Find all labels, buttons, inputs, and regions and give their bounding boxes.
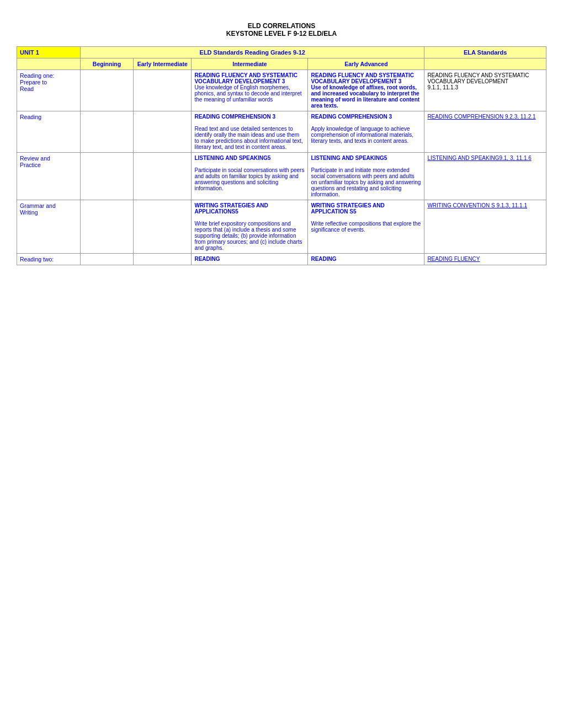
early-intermediate-header: Early Intermediate [133,58,191,70]
row-label-2: Review and Practice [17,153,81,200]
early-intermediate-cell-3 [133,200,191,254]
blank-sub-header [17,58,81,70]
ela-cell-0: READING FLUENCY AND SYSTEMATIC VOCABULAR… [424,70,546,111]
early-advanced-cell-1: READING COMPREHENSION 3 Apply knowledge … [308,111,424,153]
main-table: UNIT 1 ELD Standards Reading Grades 9-12… [17,46,546,265]
ela-sub-header [424,58,546,70]
beginning-cell-0 [81,70,134,111]
intermediate-cell-4: READING [192,254,308,265]
beginning-cell-2 [81,153,134,200]
early-advanced-header: Early Advanced [308,58,424,70]
ela-standards-header: ELA Standards [424,47,546,58]
ela-cell-2: LISTENING AND SPEAKING9.1, 3, 11.1.6 [424,153,546,200]
row-label-3: Grammar and Writing [17,200,81,254]
ela-cell-3: WRITING CONVENTION S 9.1.3, 11.1.1 [424,200,546,254]
early-intermediate-cell-0 [133,70,191,111]
row-label-4: Reading two: [17,254,81,265]
beginning-header: Beginning [81,58,134,70]
intermediate-cell-1: READING COMPREHENSION 3 Read text and us… [192,111,308,153]
early-advanced-cell-0: READING FLUENCY AND SYSTEMATIC VOCABULAR… [308,70,424,111]
row-label-1: Reading [17,111,81,153]
page-title: ELD CORRELATIONS KEYSTONE LEVEL F 9-12 E… [17,22,546,38]
early-advanced-cell-4: READING [308,254,424,265]
early-intermediate-cell-1 [133,111,191,153]
intermediate-header: Intermediate [192,58,308,70]
intermediate-cell-2: LISTENING AND SPEAKING5 Participate in s… [192,153,308,200]
intermediate-cell-0: READING FLUENCY AND SYSTEMATIC VOCABULAR… [192,70,308,111]
ela-cell-1: READING COMPREHENSION 9.2.3, 11.2.1 [424,111,546,153]
early-intermediate-cell-2 [133,153,191,200]
eld-standards-header: ELD Standards Reading Grades 9-12 [81,47,424,58]
beginning-cell-4 [81,254,134,265]
early-advanced-cell-3: WRITING STRATEGIES AND APPLICATION S5 Wr… [308,200,424,254]
unit-header: UNIT 1 [17,47,81,58]
early-intermediate-cell-4 [133,254,191,265]
early-advanced-cell-2: LISTENING AND SPEAKING5 Participate in a… [308,153,424,200]
intermediate-cell-3: WRITING STRATEGIES AND APPLICATIONS5 Wri… [192,200,308,254]
row-label-0: Reading one: Prepare to Read [17,70,81,111]
beginning-cell-3 [81,200,134,254]
ela-cell-4: READING FLUENCY [424,254,546,265]
beginning-cell-1 [81,111,134,153]
